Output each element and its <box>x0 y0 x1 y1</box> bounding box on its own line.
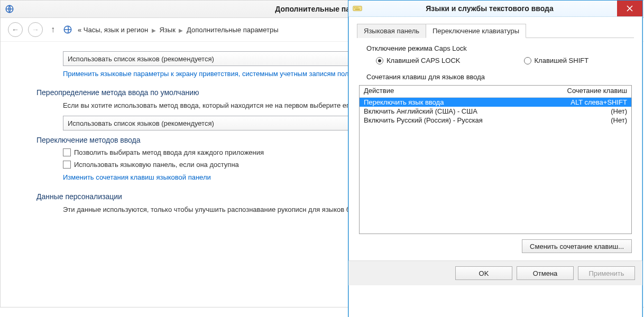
combo-value: Использовать список языков (рекомендуетс… <box>68 119 214 127</box>
svg-rect-3 <box>354 7 355 8</box>
cell-action: Переключить язык ввода <box>364 98 548 106</box>
input-method-combo[interactable]: Использовать список языков (рекомендуетс… <box>63 116 376 130</box>
group-capslock: Отключение режима Caps Lock <box>366 44 634 52</box>
tab-language-bar[interactable]: Языковая панель <box>357 24 426 38</box>
close-button[interactable] <box>617 1 642 16</box>
breadcrumb-item[interactable]: Язык <box>159 26 175 34</box>
breadcrumb-icon <box>63 25 72 34</box>
change-hotkey-button[interactable]: Сменить сочетание клавиш... <box>522 239 632 253</box>
globe-icon <box>5 4 14 14</box>
list-row[interactable]: Включить Английский (США) - США (Нет) <box>360 107 631 116</box>
radio-capslock[interactable]: Клавишей CAPS LOCK <box>376 57 461 64</box>
checkbox-label: Использовать языковую панель, если она д… <box>74 161 239 169</box>
col-action: Действие <box>360 86 544 97</box>
forward-button[interactable]: → <box>28 22 43 37</box>
breadcrumb-item[interactable]: Часы, язык и регион <box>84 26 148 34</box>
svg-rect-6 <box>355 9 360 10</box>
up-button[interactable]: ↑ <box>48 25 58 34</box>
radio-label: Клавишей SHIFT <box>535 57 589 64</box>
keyboard-icon <box>353 5 362 12</box>
radio-icon-selected <box>376 57 383 64</box>
language-list-combo[interactable]: Использовать список языков (рекомендуетс… <box>63 51 376 66</box>
checkbox-label: Позволить выбирать метод ввода для каждо… <box>74 148 264 156</box>
list-row[interactable]: Переключить язык ввода ALT слева+SHIFT <box>360 98 631 107</box>
chevron-right-icon: ▶ <box>152 27 156 33</box>
group-hotkeys: Сочетания клавиш для языков ввода <box>366 73 634 81</box>
dlg-body: Языковая панель Переключение клавиатуры … <box>348 17 642 253</box>
checkbox-icon[interactable] <box>63 148 71 156</box>
cell-hotkey: (Нет) <box>548 107 627 115</box>
chevron-right-icon: ▶ <box>179 27 183 33</box>
svg-rect-4 <box>356 7 357 8</box>
cell-action: Включить Английский (США) - США <box>364 107 548 115</box>
breadcrumb-prefix: « <box>78 26 81 34</box>
col-hotkey: Сочетание клавиш <box>544 86 631 97</box>
checkbox-icon[interactable] <box>63 161 71 169</box>
text-services-dialog: Языки и службы текстового ввода Языковая… <box>348 0 643 317</box>
svg-rect-5 <box>357 7 358 8</box>
cancel-button[interactable]: Отмена <box>517 266 574 280</box>
dlg-title: Языки и службы текстового ввода <box>362 4 617 13</box>
breadcrumb[interactable]: « Часы, язык и регион ▶ Язык ▶ Дополните… <box>78 26 279 34</box>
radio-shift[interactable]: Клавишей SHIFT <box>524 57 589 64</box>
cell-action: Включить Русский (Россия) - Русская <box>364 116 548 124</box>
list-header: Действие Сочетание клавиш <box>360 86 631 98</box>
back-button[interactable]: ← <box>8 22 23 37</box>
breadcrumb-item[interactable]: Дополнительные параметры <box>187 26 279 34</box>
cell-hotkey: (Нет) <box>548 116 627 124</box>
radio-icon <box>524 57 531 64</box>
close-icon <box>627 5 633 12</box>
list-row[interactable]: Включить Русский (Россия) - Русская (Нет… <box>360 116 631 125</box>
cell-hotkey: ALT слева+SHIFT <box>548 98 627 106</box>
tab-keyboard-switching[interactable]: Переключение клавиатуры <box>426 24 526 38</box>
radio-group-capslock: Клавишей CAPS LOCK Клавишей SHIFT <box>376 57 634 64</box>
dlg-titlebar: Языки и службы текстового ввода <box>348 1 642 17</box>
ok-button[interactable]: OK <box>455 266 512 280</box>
apply-button[interactable]: Применить <box>578 266 635 280</box>
tab-bar: Языковая панель Переключение клавиатуры <box>357 23 634 38</box>
svg-rect-2 <box>353 6 362 11</box>
dlg-footer: OK Отмена Применить <box>348 260 642 285</box>
hotkey-list[interactable]: Действие Сочетание клавиш Переключить яз… <box>359 85 632 234</box>
radio-label: Клавишей CAPS LOCK <box>387 57 461 64</box>
combo-value: Использовать список языков (рекомендуетс… <box>68 55 214 63</box>
